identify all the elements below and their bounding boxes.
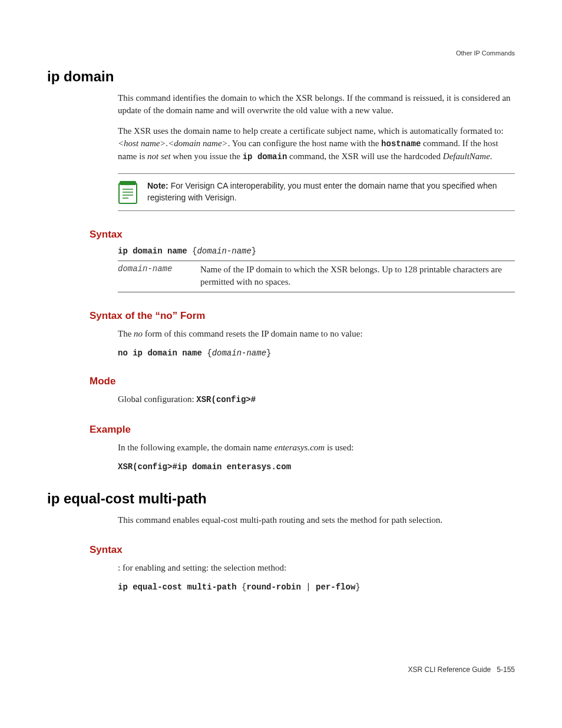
table-row: domain-name Name of the IP domain to whi… [118,261,515,292]
text-run: The [118,329,134,338]
emphasis-text: <host name>.<domain name> [118,139,228,148]
text-run: . You can configure the host name with t… [228,139,381,148]
body-paragraph: In the following example, the domain nam… [118,442,515,454]
syntax-line: no ip domain name {domain-name} [118,348,515,358]
text-run: The XSR uses the domain name to help cre… [118,126,504,136]
brace: } [252,246,256,256]
brace: } [355,582,360,592]
footer-page-number: 5-155 [497,666,515,674]
emphasis-text: enterasys.com [275,443,325,452]
example-code: XSR(config>#ip domain enterasys.com [118,462,515,472]
text-run: is used: [325,443,353,452]
subheading-no-form: Syntax of the “no” Form [90,310,515,322]
body-paragraph: This command identifies the domain to wh… [118,92,515,117]
parameter-table: domain-name Name of the IP domain to whi… [118,261,515,292]
body-paragraph: The XSR uses the domain name to help cre… [118,125,515,163]
text-run: . [490,151,492,161]
body-paragraph: : for enabling and setting: the selectio… [118,562,515,574]
inline-code: hostname [381,139,421,149]
subheading-mode: Mode [90,375,515,387]
body-paragraph: The no form of this command resets the I… [118,328,515,340]
syntax-line: ip equal-cost multi-path {round-robin | … [118,582,515,592]
page-footer: XSR CLI Reference Guide 5-155 [408,666,515,674]
note-label: Note: [147,181,168,190]
text-run: when you issue the [171,151,243,161]
inline-code: XSR(config># [196,395,256,404]
subheading-syntax: Syntax [90,544,515,556]
svg-rect-0 [119,183,137,203]
note-text: Note: For Verisign CA interoperability, … [147,180,515,204]
emphasis-text: no [134,329,143,338]
subheading-example: Example [90,424,515,436]
code-option: round-robin [246,582,300,592]
emphasis-text: DefaultName [443,151,490,161]
param-name-cell: domain-name [118,263,200,288]
note-body: For Verisign CA interoperability, you mu… [147,181,497,202]
code-param: domain-name [212,348,266,358]
inline-code: ip domain [243,152,287,162]
text-run: Global configuration: [118,394,196,404]
footer-title: XSR CLI Reference Guide [408,666,491,674]
section-title-ip-equal-cost: ip equal-cost multi-path [47,490,515,507]
text-run: command, the XSR will use the hardcoded [287,151,443,161]
main-content: ip domain This command identifies the do… [47,68,515,592]
code-text: ip equal-cost multi-path [118,582,242,592]
code-option: per-flow [316,582,355,592]
syntax-line: ip domain name {domain-name} [118,246,515,256]
note-callout: Note: For Verisign CA interoperability, … [118,173,515,211]
note-icon [118,180,139,205]
body-paragraph: Global configuration: XSR(config># [118,393,515,406]
svg-rect-1 [120,181,136,185]
section-title-ip-domain: ip domain [47,68,515,85]
text-run: form of this command resets the IP domai… [143,329,363,338]
page-header-right: Other IP Commands [456,50,515,57]
code-text: ip domain name [118,246,192,256]
pipe: | [301,582,316,592]
brace: { [207,348,211,358]
code-text: no ip domain name [118,348,207,358]
emphasis-text: not set [147,151,171,161]
text-run: In the following example, the domain nam… [118,443,275,452]
subheading-syntax: Syntax [90,229,515,241]
param-desc-cell: Name of the IP domain to which the XSR b… [200,263,515,288]
body-paragraph: This command enables equal-cost multi-pa… [118,514,515,526]
code-param: domain-name [197,246,251,256]
brace: } [266,348,271,358]
